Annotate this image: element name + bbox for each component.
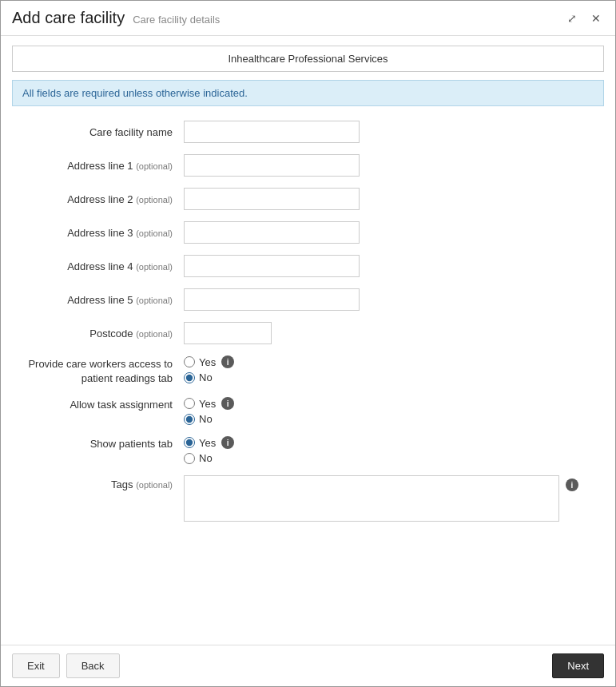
address3-input[interactable] (184, 221, 360, 244)
address1-input[interactable] (184, 154, 360, 177)
postcode-input[interactable] (184, 322, 272, 344)
task-assignment-label: Allow task assignment (12, 397, 184, 411)
task-yes-radio[interactable] (184, 398, 195, 409)
task-yes-label: Yes (199, 398, 216, 410)
modal-title: Add care facility (12, 9, 125, 27)
care-workers-yes-radio[interactable] (184, 356, 195, 367)
care-workers-yes-label: Yes (199, 356, 216, 368)
patients-no-radio[interactable] (184, 453, 195, 464)
care-workers-info-icon[interactable]: i (221, 355, 234, 368)
patients-yes-radio[interactable] (184, 437, 195, 448)
address3-label: Address line 3 (optional) (12, 227, 184, 239)
address3-row: Address line 3 (optional) (12, 221, 604, 244)
task-no-label: No (199, 413, 213, 425)
tags-info-icon[interactable]: i (566, 479, 578, 491)
patients-yes-label: Yes (199, 437, 216, 449)
postcode-row: Postcode (optional) (12, 322, 604, 344)
show-patients-label: Show patients tab (12, 436, 184, 450)
care-workers-no-option: No (184, 371, 234, 383)
address1-row: Address line 1 (optional) (12, 154, 604, 177)
patients-no-option: No (184, 452, 234, 464)
form-area: Care facility name Address line 1 (optio… (1, 114, 615, 645)
address5-row: Address line 5 (optional) (12, 288, 604, 311)
task-no-option: No (184, 413, 234, 425)
footer-left-buttons: Exit Back (12, 653, 120, 678)
address4-input[interactable] (184, 255, 360, 277)
provider-name: Inhealthcare Professional Services (228, 53, 387, 65)
modal-body: Inhealthcare Professional Services All f… (1, 36, 615, 645)
modal-title-group: Add care facility Care facility details (12, 9, 220, 27)
patients-no-label: No (199, 452, 213, 464)
task-assignment-radio-group: Yes i No (184, 397, 234, 425)
show-patients-row: Show patients tab Yes i No (12, 436, 604, 464)
tags-label: Tags (optional) (12, 475, 184, 490)
care-facility-name-label: Care facility name (12, 126, 184, 138)
care-workers-no-radio[interactable] (184, 372, 195, 383)
info-banner: All fields are required unless otherwise… (12, 80, 604, 106)
task-yes-option: Yes i (184, 397, 234, 410)
address5-label: Address line 5 (optional) (12, 294, 184, 306)
modal-header-icons: ⤢ ✕ (564, 10, 604, 26)
tags-row: Tags (optional) i (12, 475, 604, 522)
show-patients-radio-group: Yes i No (184, 436, 234, 464)
address5-input[interactable] (184, 288, 360, 311)
task-no-radio[interactable] (184, 414, 195, 425)
exit-button[interactable]: Exit (12, 653, 60, 678)
modal-header: Add care facility Care facility details … (1, 1, 615, 36)
care-workers-radio-group: Yes i No (184, 355, 234, 383)
address2-input[interactable] (184, 188, 360, 210)
patients-yes-option: Yes i (184, 436, 234, 449)
address4-row: Address line 4 (optional) (12, 255, 604, 277)
modal-footer: Exit Back Next (1, 645, 615, 686)
expand-button[interactable]: ⤢ (564, 10, 580, 26)
tags-textarea[interactable] (184, 475, 559, 522)
care-workers-yes-option: Yes i (184, 355, 234, 368)
care-facility-name-input[interactable] (184, 121, 360, 143)
postcode-label: Postcode (optional) (12, 328, 184, 340)
address2-label: Address line 2 (optional) (12, 193, 184, 205)
close-button[interactable]: ✕ (588, 10, 604, 26)
add-care-facility-modal: Add care facility Care facility details … (0, 0, 616, 687)
back-button[interactable]: Back (66, 653, 120, 678)
care-workers-label: Provide care workers access to patient r… (12, 355, 184, 386)
provider-bar: Inhealthcare Professional Services (12, 46, 604, 72)
address4-label: Address line 4 (optional) (12, 260, 184, 272)
task-assignment-row: Allow task assignment Yes i No (12, 397, 604, 425)
info-banner-text: All fields are required unless otherwise… (22, 87, 248, 99)
care-facility-name-row: Care facility name (12, 121, 604, 143)
care-workers-row: Provide care workers access to patient r… (12, 355, 604, 386)
care-workers-no-label: No (199, 371, 213, 383)
patients-info-icon[interactable]: i (221, 436, 234, 449)
address2-row: Address line 2 (optional) (12, 188, 604, 210)
address1-label: Address line 1 (optional) (12, 160, 184, 172)
next-button[interactable]: Next (552, 653, 604, 678)
modal-subtitle: Care facility details (133, 14, 220, 26)
task-info-icon[interactable]: i (221, 397, 234, 410)
